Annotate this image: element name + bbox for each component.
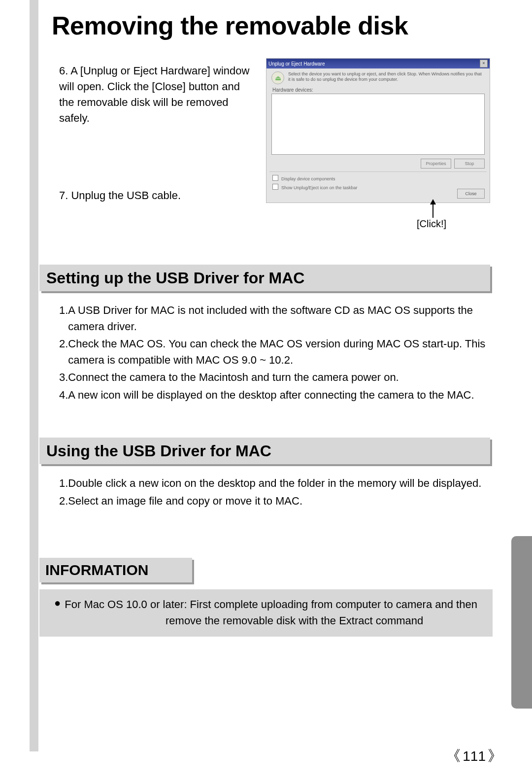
section-heading-using: Using the USB Driver for MAC [39, 438, 490, 464]
list-item-number: 4. [59, 387, 68, 404]
list-item: 4. A new icon will be displayed on the d… [59, 387, 488, 404]
step-7-text: 7. Unplug the USB cable. [59, 189, 181, 202]
list-item: 1. A USB Driver for MAC is not included … [59, 303, 488, 335]
list-item-number: 2. [59, 493, 68, 509]
chk1-label: Display device components [281, 176, 335, 181]
page-number: 《 111 》 [446, 746, 502, 766]
dialog-close-x-icon: × [480, 60, 488, 68]
list-item: 2. Select an image file and copy or move… [59, 493, 488, 509]
information-heading: INFORMATION [39, 558, 192, 582]
info-line2: remove the removable disk with the Extra… [54, 612, 484, 629]
dialog-button-row: Properties Stop [266, 155, 490, 170]
list-item-text: Connect the camera to the Macintosh and … [68, 370, 399, 386]
properties-button: Properties [421, 159, 451, 169]
dialog-info-text: Select the device you want to unplug or … [288, 71, 485, 84]
page-number-value: 111 [463, 748, 486, 764]
chk2-label: Show Unplug/Eject icon on the taskbar [281, 185, 358, 190]
arrow-up-icon [432, 204, 433, 218]
eject-icon: ⏏ [271, 71, 284, 84]
section2-list: 1. Double click a new icon on the deskto… [59, 475, 488, 510]
manual-page: Removing the removable disk 6. A [Unplug… [0, 0, 532, 781]
checkbox-icon [272, 175, 278, 181]
information-box: ● For Mac OS 10.0 or later: First comple… [39, 589, 493, 637]
close-button: Close [457, 189, 485, 199]
list-item-number: 1. [59, 303, 68, 335]
left-gutter [30, 0, 38, 751]
dialog-checkboxes: Display device components Show Unplug/Ej… [266, 173, 490, 191]
eject-hardware-dialog: Unplug or Eject Hardware × ⏏ Select the … [266, 58, 490, 203]
stop-button: Stop [454, 159, 485, 169]
click-annotation: [Click!] [417, 218, 446, 230]
list-item: 3. Connect the camera to the Macintosh a… [59, 370, 488, 386]
bullet-icon: ● [54, 596, 61, 612]
info-line1: For Mac OS 10.0 or later: First complete… [65, 596, 477, 612]
bracket-left-icon: 《 [446, 746, 461, 766]
list-item-text: A USB Driver for MAC is not included wit… [68, 303, 488, 335]
list-item-text: A new icon will be displayed on the desk… [68, 387, 474, 404]
step-6-text: 6. A [Unplug or Eject Hardware] window w… [59, 63, 256, 126]
checkbox-icon [272, 184, 278, 190]
devices-label: Hardware devices: [266, 86, 490, 94]
list-item-number: 2. [59, 336, 68, 368]
list-item: 2. Check the MAC OS. You can check the M… [59, 336, 488, 368]
dialog-separator [269, 171, 487, 172]
section1-list: 1. A USB Driver for MAC is not included … [59, 303, 488, 405]
list-item-text: Double click a new icon on the desktop a… [68, 475, 481, 492]
dialog-info-row: ⏏ Select the device you want to unplug o… [266, 68, 490, 86]
list-item-text: Select an image file and copy or move it… [68, 493, 302, 509]
list-item-number: 1. [59, 475, 68, 492]
bracket-right-icon: 》 [488, 746, 502, 766]
list-item-text: Check the MAC OS. You can check the MAC … [68, 336, 488, 368]
section-heading-setup: Setting up the USB Driver for MAC [39, 265, 490, 291]
dialog-titlebar: Unplug or Eject Hardware × [266, 59, 490, 68]
devices-listbox [271, 94, 485, 155]
page-title: Removing the removable disk [52, 11, 408, 40]
dialog-title: Unplug or Eject Hardware [268, 61, 325, 67]
side-tab [511, 536, 532, 709]
list-item-number: 3. [59, 370, 68, 386]
list-item: 1. Double click a new icon on the deskto… [59, 475, 488, 492]
